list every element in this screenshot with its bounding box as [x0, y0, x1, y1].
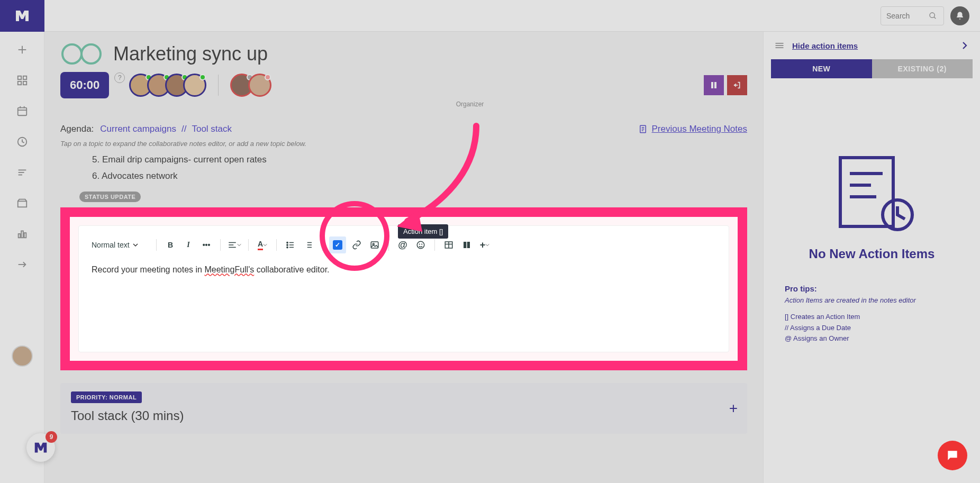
external-avatars: [230, 74, 271, 97]
svg-rect-55: [840, 158, 893, 226]
left-nav: [0, 32, 44, 483]
topic-card[interactable]: PRIORITY: NORMAL Tool stack (30 mins) +: [60, 383, 747, 434]
nav-forward[interactable]: [15, 257, 30, 272]
priority-badge: PRIORITY: NORMAL: [71, 391, 142, 403]
svg-rect-16: [17, 201, 26, 207]
arrow-right-icon: [16, 259, 28, 270]
align-icon: [228, 240, 237, 250]
status-pill: STATUS UPDATE: [79, 192, 141, 202]
svg-line-1: [934, 17, 936, 19]
empty-document-icon: [830, 152, 914, 232]
svg-rect-42: [371, 242, 378, 248]
svg-point-21: [62, 44, 81, 63]
help-icon[interactable]: ?: [114, 72, 125, 83]
align-button[interactable]: [227, 238, 242, 252]
hide-action-items-link[interactable]: Hide action items: [792, 41, 858, 50]
image-button[interactable]: [367, 238, 382, 252]
tab-existing[interactable]: EXISTING (2): [872, 59, 973, 78]
insert-button[interactable]: +: [477, 238, 492, 252]
nav-analytics[interactable]: [15, 226, 30, 241]
agenda-row: Agenda: Current campaigns // Tool stack …: [60, 124, 747, 134]
link-button[interactable]: [349, 238, 364, 252]
menu-icon[interactable]: [774, 40, 785, 51]
svg-rect-23: [711, 82, 713, 88]
action-item-tooltip: Action item []: [398, 224, 448, 239]
chevron-right-icon[interactable]: [960, 41, 969, 50]
empty-title: No New Action Items: [764, 247, 980, 261]
bold-button[interactable]: B: [163, 238, 178, 252]
chevron-down-icon: [133, 242, 138, 248]
italic-button[interactable]: I: [181, 238, 196, 252]
notifications-button[interactable]: [950, 6, 969, 25]
svg-point-34: [287, 244, 288, 245]
agenda-label: Agenda:: [60, 124, 94, 134]
svg-point-46: [422, 244, 422, 244]
table-button[interactable]: [441, 238, 456, 252]
more-format-button[interactable]: •••: [199, 238, 214, 252]
agenda-item-1[interactable]: Tool stack: [192, 124, 232, 134]
svg-rect-5: [23, 76, 26, 79]
emoji-button[interactable]: [413, 238, 428, 252]
box-icon: [16, 197, 28, 209]
numbered-list-button[interactable]: [301, 238, 316, 252]
avatar[interactable]: [248, 74, 271, 97]
organizer-label: Organizer: [193, 101, 747, 108]
svg-rect-4: [17, 76, 21, 79]
search-input[interactable]: [886, 12, 929, 20]
svg-point-35: [287, 247, 288, 248]
add-topic-button[interactable]: +: [729, 400, 738, 417]
search-box[interactable]: [881, 6, 944, 25]
editor-content[interactable]: Record your meeting notes in MeetingFull…: [92, 262, 716, 275]
tip-item: @ Assigns an Owner: [785, 333, 959, 344]
previous-notes-link[interactable]: Previous Meeting Notes: [638, 124, 747, 134]
chat-icon: [946, 449, 959, 462]
svg-point-33: [287, 242, 288, 243]
svg-rect-24: [714, 82, 716, 88]
note-item: 6. Advocates network: [92, 168, 747, 185]
intercom-button[interactable]: [938, 441, 967, 470]
action-item-button[interactable]: ✓: [329, 236, 346, 253]
grid-icon: [16, 75, 28, 86]
emoji-icon: [416, 240, 425, 250]
pause-button[interactable]: [704, 75, 724, 95]
svg-point-22: [81, 44, 101, 63]
tab-new[interactable]: NEW: [771, 59, 872, 78]
recurring-icon: [60, 42, 103, 66]
svg-rect-19: [24, 233, 26, 238]
nav-dashboard[interactable]: [15, 73, 30, 88]
add-button[interactable]: [15, 42, 30, 57]
nav-calendar[interactable]: [15, 104, 30, 119]
topic-title: Tool stack (30 mins): [71, 408, 737, 423]
svg-rect-6: [17, 81, 21, 85]
pro-tips: Pro tips: Action Items are created in th…: [785, 282, 959, 344]
participant-avatars: [134, 74, 206, 97]
svg-rect-8: [17, 108, 26, 116]
tips-subtitle: Action Items are created in the notes ed…: [785, 295, 959, 306]
columns-button[interactable]: [459, 238, 474, 252]
app-logo[interactable]: [0, 0, 44, 32]
editor-box[interactable]: Normal text B I ••• A ✓ @: [78, 225, 729, 352]
mention-button[interactable]: @: [395, 238, 410, 252]
search-icon: [929, 12, 937, 20]
agenda-item-0[interactable]: Current campaigns: [100, 124, 176, 134]
numbered-list-icon: [304, 240, 313, 250]
table-icon: [444, 240, 453, 250]
svg-point-44: [417, 241, 424, 249]
note-item: 5. Email drip campaigns- current open ra…: [92, 152, 747, 168]
editor-highlight: Action item [] Normal text B I ••• A ✓: [60, 207, 747, 370]
bullet-list-button[interactable]: [283, 238, 298, 252]
meeting-timer[interactable]: 60:00: [60, 72, 109, 98]
topbar: [0, 0, 980, 32]
lines-icon: [16, 167, 28, 178]
nav-notes[interactable]: [15, 165, 30, 180]
exit-button[interactable]: [727, 75, 747, 95]
svg-rect-50: [464, 242, 466, 248]
avatar[interactable]: [183, 74, 206, 97]
svg-rect-18: [21, 231, 23, 238]
current-user-avatar[interactable]: [12, 345, 33, 367]
link-icon: [352, 240, 361, 250]
text-style-dropdown[interactable]: Normal text: [92, 238, 150, 252]
nav-history[interactable]: [15, 134, 30, 149]
text-color-button[interactable]: A: [255, 238, 270, 252]
nav-archive[interactable]: [15, 196, 30, 211]
